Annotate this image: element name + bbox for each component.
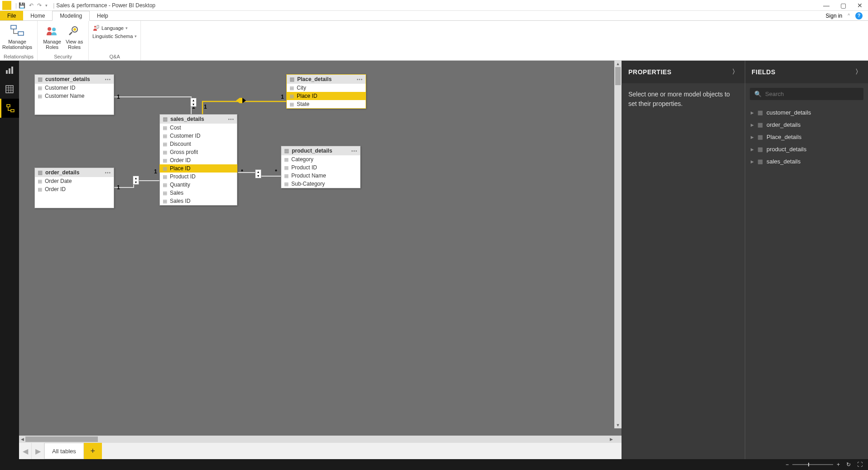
table-field-highlighted[interactable]: ▦Place ID bbox=[286, 92, 366, 100]
table-field[interactable]: ▦Product ID bbox=[281, 163, 360, 172]
fit-to-screen-icon[interactable]: ⛶ bbox=[857, 461, 863, 468]
table-field[interactable]: ▦Customer ID bbox=[160, 132, 237, 140]
table-field[interactable]: ▦Sales ID bbox=[160, 197, 237, 205]
tab-nav-next[interactable]: ▶ bbox=[32, 443, 44, 459]
table-field[interactable]: ▦Quantity bbox=[160, 181, 237, 189]
zoom-out-button[interactable]: − bbox=[786, 461, 789, 468]
scroll-right-arrow[interactable]: ▶ bbox=[608, 436, 614, 443]
zoom-slider-track[interactable] bbox=[792, 464, 833, 465]
tab-nav-prev[interactable]: ◀ bbox=[19, 443, 32, 459]
table-menu-icon[interactable]: ••• bbox=[228, 117, 234, 122]
relationship-direction-indicator[interactable] bbox=[236, 98, 246, 103]
tab-file[interactable]: File bbox=[0, 11, 23, 20]
fields-item[interactable]: ▶▦product_details bbox=[745, 143, 868, 155]
table-field[interactable]: ▦Order Date bbox=[35, 177, 114, 185]
table-menu-icon[interactable]: ••• bbox=[357, 77, 363, 82]
close-button[interactable]: ✕ bbox=[857, 2, 863, 9]
table-field[interactable]: ▦Cost bbox=[160, 124, 237, 132]
field-table-name: sales_details bbox=[767, 158, 800, 165]
fields-item[interactable]: ▶▦sales_details bbox=[745, 155, 868, 168]
field-name: Product Name bbox=[291, 173, 326, 179]
redo-icon[interactable]: ↷ bbox=[37, 2, 42, 9]
model-canvas[interactable]: 1 1 1 1 * * 1 1 ▲▼ ▲▼ ▲▼ ▦ customer_deta… bbox=[19, 61, 622, 436]
table-field[interactable]: ▦Order ID bbox=[35, 185, 114, 193]
tab-all-tables[interactable]: All tables bbox=[44, 443, 84, 459]
undo-icon[interactable]: ↶ bbox=[29, 2, 34, 9]
table-order-details[interactable]: ▦ order_details ••• ▦Order Date ▦Order I… bbox=[34, 168, 114, 208]
relationship-filter-control[interactable]: ▲▼ bbox=[190, 98, 197, 107]
reset-zoom-icon[interactable]: ↻ bbox=[846, 461, 851, 468]
ribbon-group-label: Q&A bbox=[92, 54, 137, 60]
table-field[interactable]: ▦Sales bbox=[160, 189, 237, 197]
table-field[interactable]: ▦Category bbox=[281, 155, 360, 163]
tab-modeling[interactable]: Modeling bbox=[52, 11, 90, 21]
report-view-button[interactable] bbox=[0, 61, 19, 80]
dropdown-icon: ▾ bbox=[125, 26, 128, 30]
table-sales-details[interactable]: ▦ sales_details ••• ▦Cost ▦Customer ID ▦… bbox=[159, 114, 237, 206]
horizontal-scrollbar[interactable]: ◀ ▶ bbox=[19, 436, 614, 443]
table-field[interactable]: ▦Product ID bbox=[160, 173, 237, 181]
data-view-button[interactable] bbox=[0, 80, 19, 99]
column-icon: ▦ bbox=[163, 198, 167, 204]
table-field[interactable]: ▦Order ID bbox=[160, 156, 237, 164]
scroll-down-arrow[interactable]: ▼ bbox=[614, 422, 622, 428]
table-field[interactable]: ▦Discount bbox=[160, 140, 237, 148]
manage-relationships-button[interactable]: Manage Relationships bbox=[4, 22, 31, 54]
add-tab-button[interactable]: + bbox=[84, 443, 102, 459]
table-menu-icon[interactable]: ••• bbox=[351, 149, 357, 153]
zoom-slider-thumb[interactable] bbox=[808, 463, 809, 466]
help-icon[interactable]: ? bbox=[855, 12, 863, 19]
scrollbar-thumb[interactable] bbox=[25, 436, 98, 442]
column-icon: ▦ bbox=[284, 157, 289, 163]
fields-item[interactable]: ▶▦order_details bbox=[745, 119, 868, 131]
table-customer-details[interactable]: ▦ customer_details ••• ▦Customer ID ▦Cus… bbox=[34, 74, 114, 115]
qat-dropdown-icon[interactable]: ▾ bbox=[45, 3, 48, 8]
table-field[interactable]: ▦State bbox=[287, 100, 366, 108]
table-place-details[interactable]: ▦ Place_details ••• ▦City ▦Place ID ▦Sta… bbox=[286, 74, 366, 109]
scroll-up-arrow[interactable]: ▲ bbox=[614, 61, 622, 67]
table-menu-icon[interactable]: ••• bbox=[105, 77, 111, 82]
language-button[interactable]: Language ▾ bbox=[92, 24, 137, 32]
relationship-filter-control[interactable]: ▲▼ bbox=[255, 169, 261, 178]
relationship-filter-control[interactable]: ▲▼ bbox=[133, 176, 139, 185]
table-field[interactable]: ▦Gross profit bbox=[160, 148, 237, 156]
model-view-button[interactable] bbox=[0, 99, 19, 118]
table-field[interactable]: ▦Product Name bbox=[281, 172, 360, 180]
table-product-details[interactable]: ▦ product_details ••• ▦Category ▦Product… bbox=[281, 146, 361, 188]
minimize-button[interactable]: — bbox=[823, 2, 829, 9]
tab-home[interactable]: Home bbox=[23, 11, 52, 20]
collapse-panel-icon[interactable]: 〉 bbox=[855, 68, 862, 76]
field-table-name: Place_details bbox=[767, 134, 801, 140]
collapse-ribbon-icon[interactable]: ^ bbox=[848, 13, 850, 18]
zoom-in-button[interactable]: + bbox=[837, 461, 840, 468]
scroll-left-arrow[interactable]: ◀ bbox=[19, 436, 25, 443]
fields-search[interactable]: 🔍 bbox=[750, 88, 863, 100]
signin-link[interactable]: Sign in bbox=[826, 13, 843, 19]
scrollbar-thumb[interactable] bbox=[615, 67, 621, 85]
separator: | bbox=[15, 2, 17, 9]
fields-item[interactable]: ▶▦Place_details bbox=[745, 131, 868, 143]
search-input[interactable] bbox=[765, 91, 859, 97]
manage-roles-button[interactable]: Manage Roles bbox=[41, 22, 63, 54]
collapse-panel-icon[interactable]: 〉 bbox=[732, 68, 739, 76]
window-controls: — ▢ ✕ bbox=[823, 2, 868, 9]
table-icon: ▦ bbox=[757, 146, 763, 153]
fields-item[interactable]: ▶▦customer_details bbox=[745, 106, 868, 119]
table-field[interactable]: ▦Customer Name bbox=[35, 92, 114, 100]
zoom-control[interactable]: − + bbox=[786, 461, 840, 468]
table-field[interactable]: ▦Customer ID bbox=[35, 84, 114, 92]
svg-rect-9 bbox=[9, 68, 10, 74]
linguistic-schema-button[interactable]: Linguistic Schema ▾ bbox=[92, 34, 137, 39]
maximize-button[interactable]: ▢ bbox=[840, 2, 846, 9]
table-menu-icon[interactable]: ••• bbox=[105, 170, 111, 175]
save-icon[interactable]: 💾 bbox=[19, 2, 25, 9]
vertical-scrollbar[interactable]: ▲ ▼ bbox=[614, 61, 622, 428]
view-as-roles-button[interactable]: View as Roles bbox=[64, 22, 85, 54]
tab-help[interactable]: Help bbox=[90, 11, 116, 20]
ribbon-tabs: File Home Modeling Help Sign in ^ ? bbox=[0, 11, 868, 21]
table-field[interactable]: ▦City bbox=[287, 84, 366, 92]
table-field[interactable]: ▦Sub-Category bbox=[281, 180, 360, 188]
language-label: Language bbox=[101, 25, 124, 31]
ribbon-group-label: Relationships bbox=[4, 54, 34, 60]
table-field-highlighted[interactable]: ▦Place ID bbox=[159, 164, 237, 173]
